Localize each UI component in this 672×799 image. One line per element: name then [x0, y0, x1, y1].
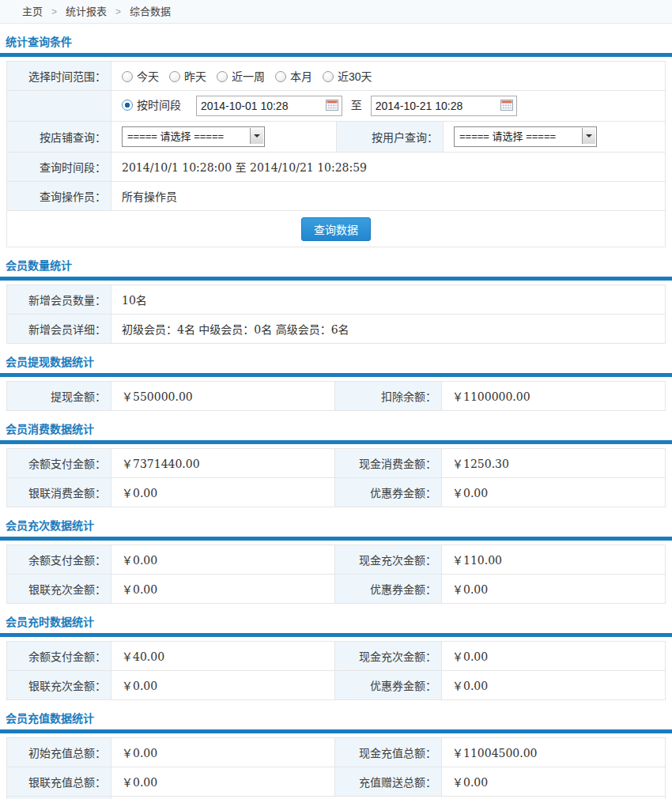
- by-period-option[interactable]: 按时间段: [122, 99, 181, 111]
- section-title-underline: [0, 633, 672, 637]
- breadcrumb-separator: >: [115, 6, 121, 17]
- time-option[interactable]: 昨天: [169, 70, 206, 83]
- time-range-label: 选择时间范围：: [7, 62, 111, 91]
- stats-section: 会员充值数据统计初始充值总额：￥0.00现金充值总额：￥11004500.00银…: [0, 710, 672, 799]
- stat-value-text: ￥1250.30: [452, 458, 509, 470]
- stat-label: 扣除余额：: [335, 382, 442, 411]
- query-data-button[interactable]: 查询数据: [301, 217, 371, 241]
- date-from-input[interactable]: 2014-10-01 10:28: [196, 96, 342, 116]
- section-title: 会员数量统计: [0, 258, 672, 274]
- stats-row: 余额支付金额：￥7371440.00现金消费金额：￥1250.30: [7, 449, 666, 478]
- time-option[interactable]: 近30天: [323, 70, 372, 83]
- radio-label: 昨天: [184, 70, 206, 83]
- chevron-down-icon[interactable]: [250, 128, 263, 144]
- radio-label: 今天: [137, 70, 159, 83]
- time-option[interactable]: 今天: [122, 70, 159, 83]
- stats-section: 会员消费数据统计余额支付金额：￥7371440.00现金消费金额：￥1250.3…: [0, 421, 672, 507]
- stat-label: 银联充值总额：: [7, 767, 111, 797]
- query-period-value: 2014/10/1 10:28:00 至 2014/10/21 10:28:59: [111, 153, 666, 182]
- operator-label: 查询操作员：: [7, 182, 111, 211]
- radio-icon[interactable]: [323, 71, 334, 82]
- stat-label: 现金消费金额：: [335, 449, 442, 478]
- query-section-title: 统计查询条件: [0, 34, 672, 51]
- calendar-icon[interactable]: [326, 100, 338, 111]
- section-title-underline: [0, 537, 672, 541]
- time-option[interactable]: 近一周: [217, 70, 265, 83]
- stat-label: 综合现金总收入：: [7, 797, 111, 799]
- stat-value: ￥1100000.00: [442, 382, 666, 411]
- stat-label: 初始充值总额：: [7, 738, 111, 767]
- operator-row: 查询操作员： 所有操作员: [7, 182, 666, 211]
- breadcrumb-item-2[interactable]: 统计报表: [66, 6, 107, 17]
- radio-icon[interactable]: [122, 71, 133, 82]
- calendar-icon[interactable]: [500, 100, 513, 111]
- time-option[interactable]: 本月: [275, 70, 312, 83]
- stats-section: 会员提现数据统计提现金额：￥550000.00扣除余额：￥1100000.00: [0, 354, 672, 411]
- query-table: 选择时间范围： 今天昨天近一周本月近30天 按时间段 2014-10-01 10…: [6, 61, 666, 247]
- stats-table: 余额支付金额：￥40.00现金充次金额：￥0.00银联充次金额：￥0.00优惠券…: [6, 641, 666, 700]
- stat-label: 余额支付金额：: [7, 449, 111, 478]
- stat-value-text: ￥0.00: [452, 487, 488, 499]
- stat-value: ￥0.00: [111, 545, 335, 575]
- time-range-row: 选择时间范围： 今天昨天近一周本月近30天: [7, 62, 666, 91]
- stats-row: 余额支付金额：￥40.00现金充次金额：￥0.00: [7, 642, 666, 671]
- section-title: 会员充时数据统计: [0, 614, 672, 631]
- stats-sections-container: 会员数量统计新增会员数量：10名新增会员详细：初级会员：4名 中级会员：0名 高…: [0, 258, 672, 799]
- stat-value: ￥7371440.00: [111, 449, 335, 478]
- stats-section: 会员数量统计新增会员数量：10名新增会员详细：初级会员：4名 中级会员：0名 高…: [0, 258, 672, 344]
- radio-icon[interactable]: [275, 71, 286, 82]
- radio-label: 近一周: [232, 70, 265, 83]
- section-title: 会员提现数据统计: [0, 354, 672, 371]
- radio-icon[interactable]: [169, 71, 180, 82]
- by-period-label: 按时间段: [137, 99, 181, 111]
- stat-value-text: ￥0.00: [122, 747, 157, 759]
- stat-value-text: ￥1100000.00: [452, 390, 530, 403]
- stat-value-text: ￥40.00: [122, 650, 164, 663]
- stats-row: 新增会员详细：初级会员：4名 中级会员：0名 高级会员：6名: [7, 315, 666, 344]
- stats-row: 银联充次金额：￥0.00优惠券金额：￥0.00: [7, 575, 666, 604]
- stats-table: 余额支付金额：￥0.00现金充次金额：￥110.00银联充次金额：￥0.00优惠…: [6, 545, 666, 604]
- stat-value-text: ￥0.00: [122, 583, 157, 596]
- breadcrumb-item-1[interactable]: 主页: [22, 6, 43, 17]
- chevron-down-icon[interactable]: [582, 128, 595, 144]
- stat-label: 优惠券金额：: [335, 575, 442, 604]
- user-query-label: 按用户查询：: [337, 122, 444, 153]
- section-title-underline: [0, 277, 672, 281]
- shop-select[interactable]: ===== 请选择 =====: [122, 126, 265, 147]
- stat-label: 新增会员数量：: [7, 285, 111, 315]
- stat-value-text: ￥0.00: [452, 776, 488, 789]
- stat-value-text: ￥0.00: [452, 583, 488, 596]
- radio-label: 本月: [290, 70, 312, 83]
- stat-label: 提现金额：: [7, 382, 111, 411]
- stat-value-text: ￥0.00: [122, 554, 157, 567]
- stat-value: ￥11004500.00: [442, 738, 666, 767]
- stat-value: ￥0.00: [111, 767, 335, 797]
- radio-icon[interactable]: [217, 71, 228, 82]
- stat-value-text: ￥0.00: [452, 650, 488, 663]
- stat-value: ￥1250.30: [442, 449, 666, 478]
- section-title-underline: [0, 729, 672, 733]
- section-title: 会员消费数据统计: [0, 421, 672, 438]
- submit-row: 查询数据: [7, 211, 666, 247]
- stat-value: ￥0.00: [442, 767, 666, 797]
- stat-label: 新增会员详细：: [7, 315, 111, 344]
- stats-row: 银联消费金额：￥0.00优惠券金额：￥0.00: [7, 478, 666, 507]
- section-title-underline: [0, 440, 672, 444]
- date-to-input[interactable]: 2014-10-21 10:28: [371, 96, 517, 116]
- stat-value-text: ￥110.00: [452, 554, 502, 567]
- stat-value: ￥0.00: [111, 738, 335, 767]
- section-title-underline: [0, 373, 672, 377]
- by-period-radio[interactable]: [122, 100, 133, 111]
- user-select[interactable]: ===== 请选择 =====: [454, 126, 597, 147]
- breadcrumb-item-3: 综合数据: [130, 6, 171, 17]
- query-period-label: 查询时间段：: [7, 153, 111, 182]
- time-range-options: 今天昨天近一周本月近30天: [111, 62, 666, 91]
- stat-value-text: ￥550000.00: [122, 390, 193, 403]
- stats-row: 银联充次金额：￥0.00优惠券金额：￥0.00: [7, 671, 666, 700]
- stat-value: ￥0.00: [111, 575, 335, 604]
- section-title: 会员充次数据统计: [0, 518, 672, 534]
- date-to-value: 2014-10-21 10:28: [376, 100, 463, 112]
- stat-value: ￥550000.00: [111, 382, 335, 411]
- stat-value-text: ￥11004500.00: [452, 747, 538, 759]
- date-to-separator: 至: [351, 99, 362, 111]
